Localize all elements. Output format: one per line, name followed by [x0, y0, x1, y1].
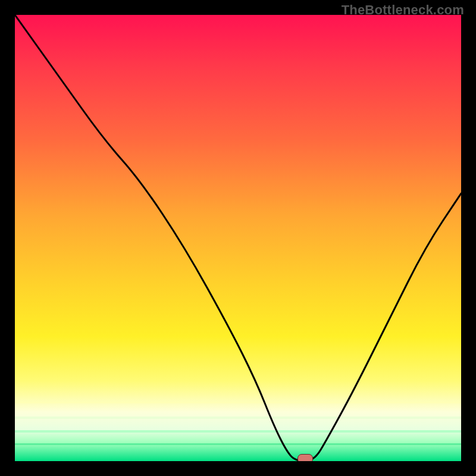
- chart-frame: TheBottleneck.com: [0, 0, 476, 476]
- plot-area: [15, 15, 461, 461]
- optimal-marker: [298, 454, 313, 462]
- watermark-text: TheBottleneck.com: [342, 2, 464, 18]
- bottleneck-curve: [15, 15, 461, 461]
